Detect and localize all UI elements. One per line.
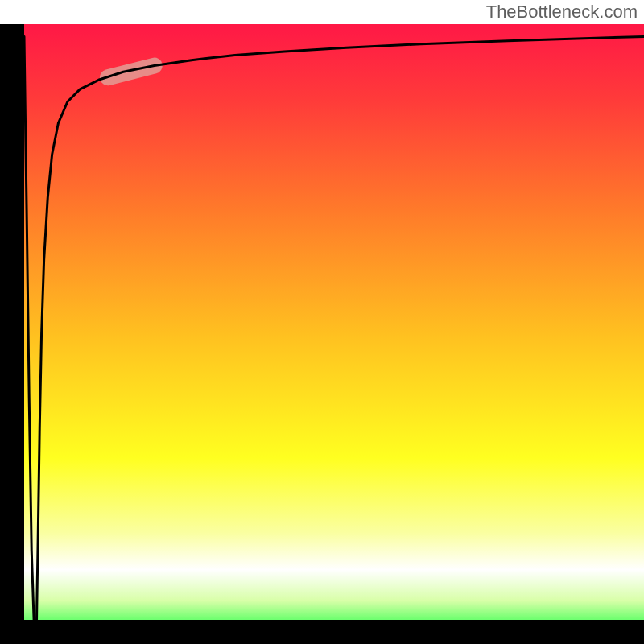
x-axis-border (0, 620, 644, 644)
y-axis-border (0, 24, 24, 644)
gradient-background (24, 24, 644, 644)
chart-frame: TheBottleneck.com (0, 0, 644, 644)
plot-area (24, 24, 644, 644)
chart-svg (24, 24, 644, 644)
watermark-text: TheBottleneck.com (486, 2, 638, 23)
